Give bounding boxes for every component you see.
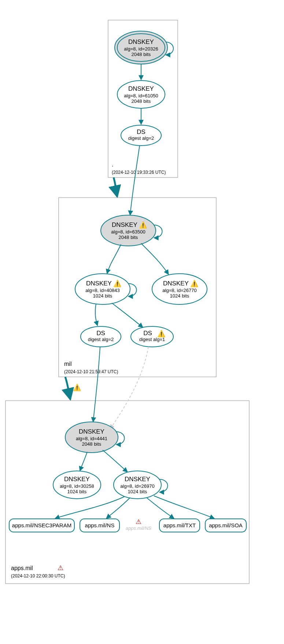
rrset-ns-label: apps.mil/NS — [85, 522, 115, 528]
mil-zsk2-sub2: 1024 bits — [170, 293, 189, 299]
rrset-nsec3param-label: apps.mil/NSEC3PARAM — [12, 522, 71, 528]
mil-ds2-sub1: digest alg=2 — [88, 337, 114, 342]
root-zsk-node[interactable]: DNSKEY alg=8, id=61050 2048 bits — [117, 80, 165, 108]
root-ksk-title: DNSKEY — [128, 38, 154, 45]
apps-zsk2-node[interactable]: DNSKEY alg=8, id=26970 1024 bits — [114, 471, 161, 499]
mil-ds1-title: DS — [143, 330, 152, 337]
apps-zsk2-title: DNSKEY — [125, 476, 150, 483]
rrset-txt-label: apps.mil/TXT — [163, 522, 196, 528]
rrset-nsec3param[interactable]: apps.mil/NSEC3PARAM — [9, 519, 74, 532]
apps-ksk-node[interactable]: DNSKEY alg=8, id=4441 2048 bits — [65, 422, 118, 453]
root-ds-sub1: digest alg=2 — [128, 135, 154, 141]
mil-zsk1-title: DNSKEY — [86, 280, 112, 287]
mil-zsk2-title: DNSKEY — [163, 280, 189, 287]
mil-ds1-node[interactable]: DS ⚠️ digest alg=1 — [131, 326, 173, 347]
root-ds-title: DS — [137, 128, 145, 135]
error-icon: ⚠ — [58, 564, 63, 572]
root-zsk-sub2: 2048 bits — [132, 98, 151, 104]
rrset-soa-label: apps.mil/SOA — [209, 522, 243, 528]
apps-zsk1-node[interactable]: DNSKEY alg=8, id=30258 1024 bits — [53, 471, 101, 499]
zone-mil-timestamp: (2024-12-10 21:59:47 UTC) — [64, 369, 118, 374]
mil-ds2-title: DS — [96, 330, 105, 337]
apps-zsk1-sub1: alg=8, id=30258 — [60, 483, 94, 489]
apps-zsk1-sub2: 1024 bits — [67, 489, 87, 494]
root-ksk-node[interactable]: DNSKEY alg=8, id=20326 2048 bits — [115, 31, 167, 64]
edge-delegation-root-mil — [114, 177, 117, 197]
mil-ksk-node[interactable]: DNSKEY ⚠️ alg=8, id=63500 2048 bits — [101, 215, 156, 246]
root-ksk-sub1: alg=8, id=20326 — [124, 46, 158, 52]
mil-ksk-sub1: alg=8, id=63500 — [111, 229, 145, 235]
root-ksk-sub2: 2048 bits — [132, 52, 151, 57]
warn-icon: ⚠️ — [113, 280, 122, 288]
root-zsk-sub1: alg=8, id=61050 — [124, 93, 158, 98]
edge-apps-zsk2-soa — [154, 496, 214, 518]
zone-root-timestamp: (2024-12-10 19:33:26 UTC) — [112, 170, 166, 175]
mil-zsk1-sub1: alg=8, id=40843 — [85, 288, 119, 293]
zone-apps-timestamp: (2024-12-10 22:00:30 UTC) — [11, 573, 65, 579]
mil-ksk-title: DNSKEY — [112, 221, 137, 228]
mil-ksk-sub2: 2048 bits — [119, 235, 138, 240]
warn-icon: ⚠️ — [73, 383, 81, 392]
edge-mil-ksk-zsk2 — [141, 243, 169, 274]
zone-apps-name: apps.mil — [11, 565, 33, 571]
zone-mil-name: mil — [64, 361, 71, 367]
mil-zsk1-sub2: 1024 bits — [93, 293, 113, 299]
edge-mil-zsk1-ds1 — [112, 303, 143, 327]
edge-apps-zsk2-nsec3p — [55, 497, 125, 518]
apps-ksk-sub1: alg=8, id=4441 — [76, 436, 107, 441]
rrset-txt[interactable]: apps.mil/TXT — [159, 519, 200, 532]
mil-zsk2-sub1: alg=8, id=26770 — [162, 288, 196, 293]
edge-apps-ksk-zsk2 — [103, 450, 128, 472]
edge-mil-ksk-zsk1 — [107, 244, 121, 274]
warn-icon: ⚠️ — [139, 221, 147, 229]
apps-zsk2-sub1: alg=8, id=26970 — [120, 483, 154, 489]
warn-icon: ⚠️ — [190, 280, 199, 288]
mil-zsk2-node[interactable]: DNSKEY ⚠️ alg=8, id=26770 1024 bits — [152, 274, 207, 304]
mil-ds1-sub1: digest alg=1 — [139, 337, 165, 342]
apps-ksk-sub2: 2048 bits — [82, 441, 102, 447]
apps-ksk-title: DNSKEY — [79, 428, 104, 435]
rrset-ns-insecure[interactable]: ⚠ apps.mil/NS — [126, 518, 151, 531]
edge-mil-ds1-apps-ksk — [110, 347, 148, 429]
rrset-soa[interactable]: apps.mil/SOA — [205, 519, 246, 532]
apps-zsk2-sub2: 1024 bits — [128, 489, 147, 494]
edge-apps-zsk2-ns — [106, 498, 130, 518]
zone-root-name: . — [112, 161, 113, 168]
edge-apps-zsk2-txt — [147, 498, 174, 518]
rrset-ns-insecure-label: apps.mil/NS — [126, 525, 151, 531]
mil-zsk1-node[interactable]: DNSKEY ⚠️ alg=8, id=40843 1024 bits — [75, 274, 130, 304]
edge-delegation-mil-apps — [65, 377, 70, 400]
edge-mil-ds2-apps-ksk — [93, 347, 100, 422]
root-ds-node[interactable]: DS digest alg=2 — [121, 125, 161, 146]
root-zsk-title: DNSKEY — [128, 85, 154, 92]
rrset-ns[interactable]: apps.mil/NS — [80, 519, 119, 532]
edge-root-ds-mil-ksk — [130, 146, 140, 215]
error-icon: ⚠ — [136, 518, 141, 525]
apps-zsk1-title: DNSKEY — [64, 476, 90, 483]
edge-mil-zsk1-ds2 — [95, 304, 97, 326]
edge-apps-ksk-zsk1 — [80, 452, 87, 471]
mil-ds2-node[interactable]: DS digest alg=2 — [81, 326, 121, 347]
